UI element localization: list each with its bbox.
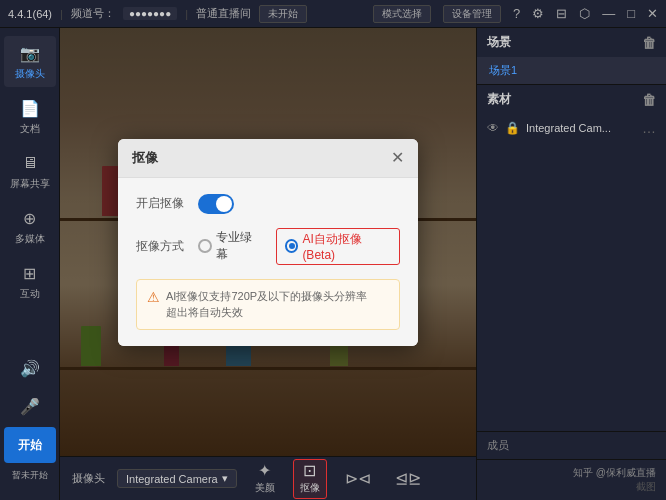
schedule-label[interactable]: 暂未开始 bbox=[10, 467, 50, 484]
share-icon[interactable]: ⬡ bbox=[579, 6, 590, 21]
warning-text: AI抠像仅支持720P及以下的摄像头分辨率 超出将自动失效 bbox=[166, 288, 367, 321]
beauty-icon: ✦ bbox=[258, 463, 271, 479]
toggle-knob bbox=[216, 196, 232, 212]
mic-icon: 🎤 bbox=[19, 395, 41, 417]
preview-area: 抠像 ✕ 开启抠像 抠像方式 bbox=[60, 28, 476, 456]
watermark-area: 知乎 @保利威直播 截图 bbox=[477, 459, 666, 500]
radio-group: 专业绿幕 AI自动抠像(Beta) bbox=[198, 228, 400, 265]
beauty-btn[interactable]: ✦ 美颜 bbox=[249, 460, 281, 498]
stream-type: 普通直播间 bbox=[196, 6, 251, 21]
camera-bar-label: 摄像头 bbox=[72, 471, 105, 486]
scene-title: 场景 bbox=[487, 34, 511, 51]
material-title: 素材 bbox=[487, 91, 511, 108]
enable-toggle-row: 开启抠像 bbox=[136, 194, 400, 214]
ai-radio[interactable]: AI自动抠像(Beta) bbox=[276, 228, 400, 265]
device-manage-btn[interactable]: 设备管理 bbox=[443, 5, 501, 23]
help-icon[interactable]: ? bbox=[513, 6, 520, 21]
enable-label: 开启抠像 bbox=[136, 195, 188, 212]
sidebar-media-label: 多媒体 bbox=[15, 232, 45, 246]
material-section: 素材 🗑 👁 🔒 Integrated Cam... … bbox=[477, 85, 666, 432]
scene-section: 场景 🗑 场景1 bbox=[477, 28, 666, 85]
method-label: 抠像方式 bbox=[136, 238, 188, 255]
camera-select-dropdown[interactable]: Integrated Camera ▾ bbox=[117, 469, 237, 488]
professional-radio[interactable]: 专业绿幕 bbox=[198, 229, 262, 263]
modal-overlay: 抠像 ✕ 开启抠像 抠像方式 bbox=[60, 28, 476, 456]
method-row: 抠像方式 专业绿幕 bbox=[136, 228, 400, 265]
doc-sidebar-icon: 📄 bbox=[19, 97, 41, 119]
material-delete-icon[interactable]: 🗑 bbox=[642, 92, 656, 108]
warning-icon: ⚠ bbox=[147, 289, 160, 305]
source-item-camera[interactable]: 👁 🔒 Integrated Cam... … bbox=[477, 114, 666, 142]
ai-radio-circle bbox=[285, 239, 299, 253]
scene-item-1[interactable]: 场景1 bbox=[477, 57, 666, 84]
media-sidebar-icon: ⊕ bbox=[19, 207, 41, 229]
sidebar-item-screen[interactable]: 🖥 屏幕共享 bbox=[4, 146, 56, 197]
scene-item-label: 场景1 bbox=[489, 64, 517, 76]
sidebar-interact-label: 互动 bbox=[20, 287, 40, 301]
members-label: 成员 bbox=[487, 438, 509, 453]
warning-line2: 超出将自动失效 bbox=[166, 304, 367, 321]
scene-delete-icon[interactable]: 🗑 bbox=[642, 35, 656, 51]
source-eye-icon: 👁 bbox=[487, 121, 499, 135]
capture-modal: 抠像 ✕ 开启抠像 抠像方式 bbox=[118, 139, 418, 346]
volume-icon: 🔊 bbox=[19, 357, 41, 379]
version-label: 4.4.1(64) bbox=[8, 8, 52, 20]
bottom-bar: 摄像头 Integrated Camera ▾ ✦ 美颜 ⊡ 抠像 ⊳⊲ ⊴⊵ bbox=[60, 456, 476, 500]
main-layout: 📷 摄像头 📄 文档 🖥 屏幕共享 ⊕ 多媒体 ⊞ 互动 🔊 🎤 开始 bbox=[0, 28, 666, 500]
sidebar-screen-label: 屏幕共享 bbox=[10, 177, 50, 191]
camera-sidebar-icon: 📷 bbox=[19, 42, 41, 64]
scene-header-actions: 🗑 bbox=[642, 35, 656, 51]
sidebar-bottom: 🔊 🎤 开始 暂未开始 bbox=[4, 351, 56, 492]
modal-close-button[interactable]: ✕ bbox=[391, 150, 404, 166]
dropdown-chevron-icon: ▾ bbox=[222, 472, 228, 485]
material-header-actions: 🗑 bbox=[642, 92, 656, 108]
ai-label: AI自动抠像(Beta) bbox=[302, 231, 391, 262]
start-button[interactable]: 开始 bbox=[4, 427, 56, 463]
scene-header: 场景 🗑 bbox=[477, 28, 666, 57]
members-row: 成员 bbox=[477, 432, 666, 459]
sidebar-item-volume[interactable]: 🔊 bbox=[4, 351, 56, 385]
tool4-icon: ⊴⊵ bbox=[395, 471, 421, 487]
left-sidebar: 📷 摄像头 📄 文档 🖥 屏幕共享 ⊕ 多媒体 ⊞ 互动 🔊 🎤 开始 bbox=[0, 28, 60, 500]
modal-title: 抠像 bbox=[132, 149, 158, 167]
source-lock-icon: 🔒 bbox=[505, 121, 520, 135]
tool3-btn[interactable]: ⊳⊲ bbox=[339, 468, 377, 490]
sidebar-item-mic[interactable]: 🎤 bbox=[4, 389, 56, 423]
watermark-main: 知乎 @保利威直播 bbox=[573, 467, 656, 478]
modal-title-bar: 抠像 ✕ bbox=[118, 139, 418, 178]
freq-label: 频道号： bbox=[71, 6, 115, 21]
close-icon[interactable]: ✕ bbox=[647, 6, 658, 21]
warning-line1: AI抠像仅支持720P及以下的摄像头分辨率 bbox=[166, 288, 367, 305]
center-area: 抠像 ✕ 开启抠像 抠像方式 bbox=[60, 28, 476, 500]
tool3-icon: ⊳⊲ bbox=[345, 471, 371, 487]
capture-label: 抠像 bbox=[300, 481, 320, 495]
mode-select-btn[interactable]: 模式选择 bbox=[373, 5, 431, 23]
sidebar-item-interact[interactable]: ⊞ 互动 bbox=[4, 256, 56, 307]
modal-warning: ⚠ AI抠像仅支持720P及以下的摄像头分辨率 超出将自动失效 bbox=[136, 279, 400, 330]
interact-sidebar-icon: ⊞ bbox=[19, 262, 41, 284]
maximize-icon[interactable]: □ bbox=[627, 6, 635, 21]
screen-sidebar-icon: 🖥 bbox=[19, 152, 41, 174]
sidebar-doc-label: 文档 bbox=[20, 122, 40, 136]
stream-status-btn[interactable]: 未开始 bbox=[259, 5, 307, 23]
sidebar-item-doc[interactable]: 📄 文档 bbox=[4, 91, 56, 142]
sidebar-item-media[interactable]: ⊕ 多媒体 bbox=[4, 201, 56, 252]
layout-icon[interactable]: ⊟ bbox=[556, 6, 567, 21]
source-item-more-icon[interactable]: … bbox=[642, 120, 656, 136]
capture-btn[interactable]: ⊡ 抠像 bbox=[293, 459, 327, 499]
minimize-icon[interactable]: — bbox=[602, 6, 615, 21]
beauty-label: 美颜 bbox=[255, 481, 275, 495]
top-bar-right: 模式选择 设备管理 ? ⚙ ⊟ ⬡ — □ ✕ bbox=[373, 5, 658, 23]
enable-toggle[interactable] bbox=[198, 194, 234, 214]
material-header: 素材 🗑 bbox=[477, 85, 666, 114]
professional-radio-circle bbox=[198, 239, 212, 253]
watermark-text: 知乎 @保利威直播 截图 bbox=[487, 466, 656, 494]
settings-icon[interactable]: ⚙ bbox=[532, 6, 544, 21]
ai-radio-dot bbox=[289, 243, 295, 249]
right-panel: 场景 🗑 场景1 素材 🗑 👁 🔒 Integrated Cam... bbox=[476, 28, 666, 500]
tool4-btn[interactable]: ⊴⊵ bbox=[389, 468, 427, 490]
capture-icon: ⊡ bbox=[303, 463, 316, 479]
professional-label: 专业绿幕 bbox=[216, 229, 262, 263]
sidebar-item-camera[interactable]: 📷 摄像头 bbox=[4, 36, 56, 87]
watermark-sub: 截图 bbox=[636, 481, 656, 492]
